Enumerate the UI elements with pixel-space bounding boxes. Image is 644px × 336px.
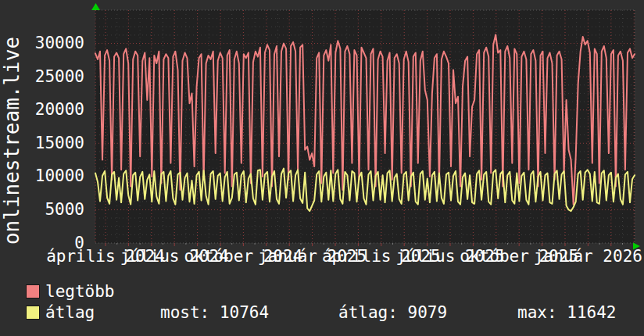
y-tick-label: 10000	[0, 168, 84, 184]
y-tick-label: 15000	[0, 135, 84, 152]
series-line-1	[95, 169, 635, 212]
stat-most: most: 10764	[160, 305, 269, 321]
legend-swatch-atlag	[26, 306, 40, 320]
y-tick-label: 30000	[0, 35, 84, 52]
y-tick-label: 20000	[0, 102, 84, 118]
y-axis-arrow-icon	[91, 3, 100, 10]
y-tick-label: 5000	[0, 202, 84, 218]
legend-swatch-legtobb	[26, 284, 40, 298]
graph-panel: onlinestream.live 0500010000150002000025…	[0, 0, 644, 336]
stat-atlag: átlag: 9079	[338, 305, 447, 321]
stat-max: max: 11642	[517, 305, 616, 321]
x-tick-label: január 2026	[534, 247, 642, 266]
legend-label-legtobb: legtöbb	[45, 284, 115, 299]
legend-item-atlag: átlag	[26, 305, 95, 320]
legend-item-legtobb: legtöbb	[26, 284, 115, 299]
legend-label-atlag: átlag	[45, 305, 95, 320]
y-tick-label: 25000	[0, 69, 84, 85]
